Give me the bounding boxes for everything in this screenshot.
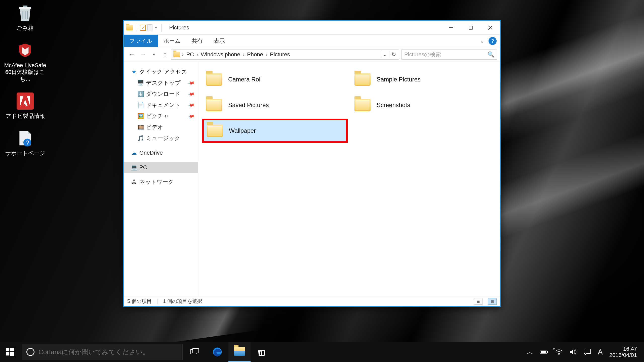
search-box[interactable]: 🔍: [401, 50, 497, 60]
cortana-search[interactable]: [22, 344, 183, 360]
pin-icon: 📌: [187, 101, 195, 109]
qat-newfolder-icon[interactable]: [147, 24, 152, 31]
network-icon: 🖧: [131, 179, 137, 185]
nav-up-button[interactable]: ↑: [160, 50, 170, 60]
nav-desktop[interactable]: 🖥️デスクトップ📌: [124, 77, 198, 88]
desktop-icon-label: アドビ製品情報: [6, 113, 45, 120]
wifi-icon[interactable]: *: [555, 349, 563, 355]
window-title: Pictures: [169, 24, 189, 31]
view-icons-button[interactable]: ▦: [488, 298, 497, 305]
folder-icon: [354, 73, 371, 86]
chevron-right-icon[interactable]: ›: [265, 51, 268, 58]
clock-date: 2016/04/01: [609, 352, 637, 358]
folder-item[interactable]: Sample Pictures: [351, 67, 496, 92]
svg-rect-14: [262, 353, 264, 355]
start-button[interactable]: [0, 342, 20, 362]
pin-icon: 📌: [187, 90, 195, 98]
folder-label: Screenshots: [377, 102, 410, 109]
help-button[interactable]: ?: [489, 37, 497, 45]
maximize-button[interactable]: [461, 21, 480, 35]
folder-item[interactable]: Screenshots: [351, 93, 496, 117]
star-icon: ★: [131, 69, 137, 75]
svg-rect-5: [10, 348, 14, 351]
address-bar[interactable]: › PC › Windows phone › Phone › Pictures …: [171, 50, 399, 60]
svg-rect-11: [260, 351, 261, 353]
nav-network[interactable]: 🖧ネットワーク: [124, 176, 198, 188]
cortana-input[interactable]: [38, 348, 178, 356]
downloads-icon: ⬇️: [138, 91, 143, 97]
nav-pc[interactable]: 💻PC: [124, 162, 198, 173]
content-pane[interactable]: Camera RollSample PicturesSaved Pictures…: [198, 62, 500, 296]
taskbar-clock[interactable]: 16:47 2016/04/01: [609, 346, 639, 358]
chevron-right-icon[interactable]: ›: [181, 51, 184, 58]
taskbar-app-edge[interactable]: [206, 342, 228, 362]
breadcrumb-segment[interactable]: PC: [184, 51, 196, 58]
folder-label: Saved Pictures: [228, 102, 269, 109]
pc-icon: 💻: [131, 165, 137, 170]
folder-icon: [126, 25, 133, 30]
tab-file[interactable]: ファイル: [124, 35, 158, 47]
ribbon-expand-button[interactable]: ⌄: [477, 35, 487, 47]
onedrive-icon: ☁: [131, 150, 137, 156]
chevron-right-icon[interactable]: ›: [242, 51, 245, 58]
qat-properties-icon[interactable]: ✓: [140, 25, 146, 31]
chevron-right-icon[interactable]: ›: [196, 51, 199, 58]
folder-item[interactable]: Saved Pictures: [202, 93, 348, 117]
svg-rect-12: [262, 351, 264, 353]
nav-forward-button[interactable]: →: [138, 50, 148, 60]
titlebar[interactable]: │ ✓ ▾ │ Pictures: [124, 21, 500, 35]
nav-onedrive[interactable]: ☁OneDrive: [124, 147, 198, 158]
address-row: ← → ▾ ↑ › PC › Windows phone › Phone › P…: [124, 47, 500, 62]
folder-item[interactable]: Camera Roll: [202, 67, 348, 92]
tab-share[interactable]: 共有: [186, 35, 208, 47]
close-button[interactable]: [480, 21, 500, 35]
taskbar-app-store[interactable]: [251, 342, 273, 362]
nav-quick-access[interactable]: ★クイック アクセス: [124, 66, 198, 77]
nav-back-button[interactable]: ←: [127, 50, 137, 60]
quick-access-toolbar: │ ✓ ▾ │: [124, 24, 166, 31]
svg-point-18: [558, 354, 559, 355]
folder-icon: [206, 73, 222, 86]
tray-overflow-button[interactable]: ︿: [527, 348, 533, 356]
breadcrumb-segment[interactable]: Windows phone: [199, 51, 242, 58]
nav-downloads[interactable]: ⬇️ダウンロード📌: [124, 88, 198, 100]
task-view-button[interactable]: [184, 342, 206, 362]
desktop-icon-adobe[interactable]: アドビ製品情報: [3, 90, 48, 120]
volume-icon[interactable]: [570, 349, 577, 355]
breadcrumb-segment[interactable]: Pictures: [268, 51, 292, 58]
svg-rect-16: [547, 351, 548, 353]
tab-home[interactable]: ホーム: [158, 35, 186, 47]
nav-music[interactable]: 🎵ミュージック: [124, 133, 198, 144]
minimize-button[interactable]: [441, 21, 461, 35]
ime-indicator[interactable]: A: [598, 348, 603, 356]
status-count: 5 個の項目: [127, 298, 152, 305]
support-page-icon: ?: [15, 128, 36, 149]
svg-rect-6: [6, 352, 9, 355]
taskbar-app-explorer[interactable]: [228, 342, 251, 362]
desktop-icon-recycle-bin[interactable]: ごみ箱: [3, 3, 48, 32]
nav-videos[interactable]: 🎞️ビデオ: [124, 122, 198, 133]
search-input[interactable]: [404, 51, 488, 58]
nav-pictures[interactable]: 🖼️ピクチャ📌: [124, 111, 198, 122]
tab-view[interactable]: 表示: [208, 35, 230, 47]
nav-documents[interactable]: 📄ドキュメント📌: [124, 100, 198, 111]
breadcrumb-segment[interactable]: Phone: [245, 51, 265, 58]
view-details-button[interactable]: ☰: [474, 298, 482, 305]
pictures-icon: 🖼️: [138, 113, 143, 119]
desktop-icon: 🖥️: [138, 80, 143, 86]
adobe-icon: [15, 90, 36, 112]
pin-icon: 📌: [187, 112, 195, 120]
qat-dropdown-icon[interactable]: ▾: [154, 25, 158, 30]
address-dropdown-button[interactable]: ⌄: [381, 51, 389, 58]
desktop-icon-label: McAfee LiveSafe 60日体験版はこち...: [3, 62, 48, 83]
cortana-icon: [26, 348, 34, 356]
desktop-icon-label: サポートページ: [5, 150, 45, 157]
battery-icon[interactable]: [540, 349, 548, 354]
desktop-icon-mcafee[interactable]: McAfee LiveSafe 60日体験版はこち...: [3, 40, 48, 83]
desktop-icon-support[interactable]: ? サポートページ: [3, 128, 48, 157]
action-center-icon[interactable]: [584, 348, 591, 355]
nav-recent-dropdown[interactable]: ▾: [149, 50, 159, 60]
folder-item[interactable]: Wallpaper: [202, 119, 348, 143]
search-icon[interactable]: 🔍: [488, 51, 494, 58]
refresh-button[interactable]: ↻: [389, 51, 398, 58]
